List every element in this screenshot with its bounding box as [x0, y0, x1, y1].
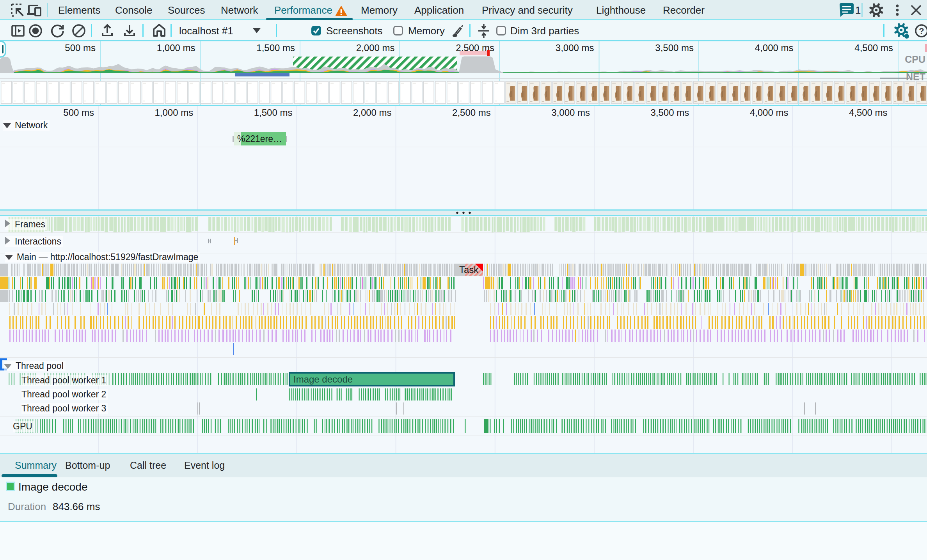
svg-text:2,000 ms: 2,000 ms [353, 107, 392, 118]
svg-text:Image decode: Image decode [293, 374, 353, 385]
svg-text:3,500 ms: 3,500 ms [650, 107, 689, 118]
svg-text:4,500 ms: 4,500 ms [849, 107, 888, 118]
svg-text:3,000 ms: 3,000 ms [551, 107, 590, 118]
svg-text:Task: Task [459, 264, 479, 275]
svg-text:%221ere…: %221ere… [237, 134, 282, 144]
svg-text:500 ms: 500 ms [63, 107, 94, 118]
svg-text:1,000 ms: 1,000 ms [154, 107, 193, 118]
svg-text:4,000 ms: 4,000 ms [750, 107, 788, 118]
svg-text:2,500 ms: 2,500 ms [452, 107, 491, 118]
svg-text:1,500 ms: 1,500 ms [254, 107, 293, 118]
